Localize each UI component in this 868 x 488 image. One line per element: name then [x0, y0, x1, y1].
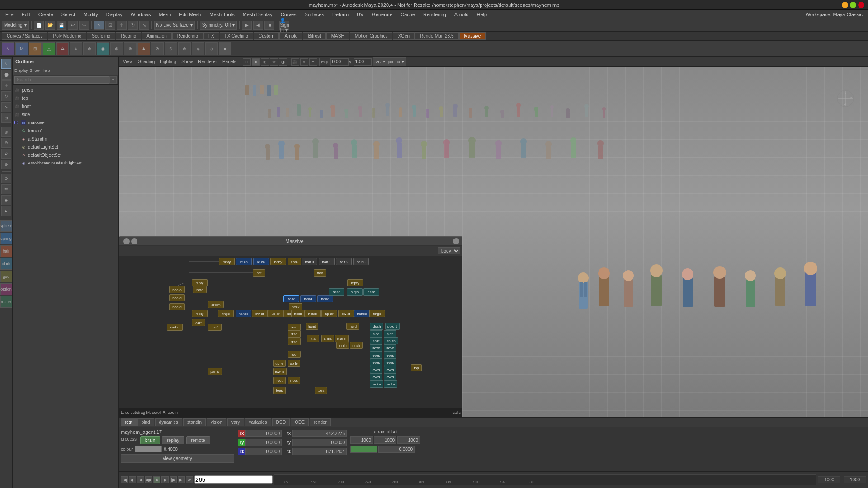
soft-sel-btn[interactable]: ◎ [1, 127, 11, 137]
node-n2[interactable]: le ca [236, 258, 252, 265]
tab-vary[interactable]: vary [227, 418, 244, 426]
node-n46[interactable]: trso [288, 330, 301, 338]
outliner-item-massive[interactable]: m massive [13, 118, 118, 127]
panels-menu[interactable]: Panels [220, 59, 239, 64]
gamma-input[interactable] [354, 58, 372, 66]
outliner-item-side[interactable]: 🎥 side [13, 110, 118, 118]
node-n6[interactable]: hair 0 [302, 258, 317, 265]
node-n22[interactable]: a gla [347, 288, 363, 296]
node-n35[interactable]: ow ar [338, 310, 354, 317]
viewport-gizmo[interactable]: Y X Z [836, 89, 854, 108]
shading-menu[interactable]: Shading [136, 59, 157, 64]
node-n13[interactable]: bearo [169, 286, 185, 293]
menu-file[interactable]: File [2, 11, 17, 18]
new-scene-btn[interactable]: 📄 [34, 21, 44, 30]
node-n32[interactable]: neck [291, 310, 305, 317]
shelf-tab-animation[interactable]: Animation [142, 32, 171, 40]
node-n78[interactable]: toes [315, 387, 327, 394]
tab-dynamics[interactable]: dynamics [155, 418, 182, 426]
node-n47[interactable]: slee [370, 330, 382, 338]
tab-bind[interactable]: bind [137, 418, 154, 426]
tab-rest[interactable]: rest [121, 418, 137, 426]
shelf-tab-mash[interactable]: MASH [326, 32, 349, 40]
menu-display[interactable]: Display [103, 11, 126, 18]
node-n69[interactable]: eves [370, 373, 382, 380]
menu-curves[interactable]: Curves [277, 11, 300, 18]
shelf-icon-13[interactable]: ⊙ [165, 42, 177, 55]
tab-standin[interactable]: standin [183, 418, 206, 426]
render-btn[interactable]: ▶ [242, 21, 252, 30]
save-btn[interactable]: 💾 [57, 21, 66, 30]
node-n23[interactable]: asse [363, 288, 379, 296]
smooth-btn[interactable]: ■ [252, 58, 260, 66]
undo-btn[interactable]: ↩ [68, 21, 78, 30]
brain-btn[interactable]: brain [140, 436, 160, 444]
tab-ode[interactable]: ODE [291, 418, 309, 426]
next-key-btn[interactable]: |▶ [170, 476, 177, 483]
terrain3-input[interactable] [397, 436, 420, 444]
node-n25[interactable]: mpty [347, 279, 363, 286]
node-n66[interactable]: eves [370, 366, 382, 373]
tab-vision[interactable]: vision [207, 418, 226, 426]
node-n19[interactable]: head [300, 295, 316, 302]
node-n10[interactable]: hat [253, 269, 265, 277]
shelf-icon-8[interactable]: ◉ [97, 42, 109, 55]
outliner-item-terrain[interactable]: ⬡ terrain1 [13, 127, 118, 135]
loop-btn[interactable]: ⟳ [186, 476, 193, 483]
show-menu[interactable]: Show [179, 59, 195, 64]
grid-btn[interactable]: # [300, 58, 308, 66]
tab-variables[interactable]: variables [245, 418, 271, 426]
outliner-item-defaultobjset[interactable]: ⊙ defaultObjectSet [13, 151, 118, 159]
massive-btn6[interactable]: option [0, 283, 12, 295]
node-n63[interactable]: eves [384, 359, 396, 366]
node-n5[interactable]: eam [288, 258, 301, 265]
massive-node-canvas[interactable]: mptyle cale cababyeamhair 0hair 1hair 2h… [119, 256, 462, 417]
node-n17[interactable]: beard [169, 303, 185, 310]
menu-rendering[interactable]: Rendering [420, 11, 450, 18]
replay-btn[interactable]: replay [162, 436, 184, 444]
rotate-tool-btn[interactable]: ↻ [1, 91, 11, 101]
outliner-item-arnold-lightset[interactable]: ◉ ArnoldStandInDefaultLightSet [13, 159, 118, 167]
shelf-tab-motion[interactable]: Motion Graphics [350, 32, 393, 40]
node-n16[interactable]: ard m [208, 301, 224, 308]
shelf-tab-curves[interactable]: Curves / Surfaces [2, 32, 47, 40]
node-n77[interactable]: toes [273, 387, 286, 394]
shelf-icon-16[interactable]: ◇ [205, 42, 218, 55]
node-n75[interactable]: jacke [384, 380, 397, 388]
node-n48[interactable]: slee [384, 330, 396, 338]
node-n9[interactable]: hair 3 [353, 258, 369, 265]
node-n49[interactable]: ht ai [307, 335, 319, 342]
shelf-icon-2[interactable]: M [15, 42, 28, 55]
paint-sel-btn[interactable]: ⬤ [1, 70, 11, 80]
node-n36[interactable]: hance [354, 310, 370, 317]
node-n72[interactable]: foot [273, 377, 286, 384]
node-n26[interactable]: mpty [192, 310, 208, 317]
texture-btn[interactable]: ⊞ [261, 58, 269, 66]
play-back-btn[interactable]: ◀▶ [145, 476, 152, 483]
node-n62[interactable]: eves [370, 359, 382, 366]
shelf-icon-14[interactable]: ⊚ [178, 42, 191, 55]
node-n44[interactable]: closh [370, 323, 383, 330]
close-win-btn[interactable] [453, 238, 459, 244]
shelf-icon-7[interactable]: ⊛ [83, 42, 96, 55]
exposure-input[interactable] [330, 58, 349, 66]
node-n40[interactable]: carf [208, 324, 222, 331]
shelf-icon-9[interactable]: ⊕ [110, 42, 123, 55]
shelf-tab-fxcaching[interactable]: FX Caching [220, 32, 253, 40]
outliner-filter-btn[interactable]: ▾ [109, 76, 117, 84]
node-n14[interactable]: bate [193, 286, 207, 293]
massive-btn1[interactable]: sphere [0, 220, 12, 232]
node-n39[interactable]: carf n [167, 324, 183, 331]
isolate-btn[interactable]: ◈ [1, 195, 11, 205]
node-n15[interactable]: beard [169, 294, 185, 301]
shelf-tab-rigging[interactable]: Rigging [116, 32, 141, 40]
shelf-icon-12[interactable]: ⊘ [151, 42, 164, 55]
node-n67[interactable]: eves [384, 366, 396, 373]
lighting-menu[interactable]: Lighting [158, 59, 178, 64]
shelf-icon-3[interactable]: ⊞ [29, 42, 42, 55]
shelf-tab-renderman[interactable]: RenderMan 23.5 [415, 32, 459, 40]
next-frame-btn[interactable]: ▶ [161, 476, 169, 483]
rx-input[interactable] [245, 430, 282, 437]
node-n1[interactable]: mpty [219, 258, 235, 265]
massive-btn4[interactable]: cloth [0, 258, 12, 270]
